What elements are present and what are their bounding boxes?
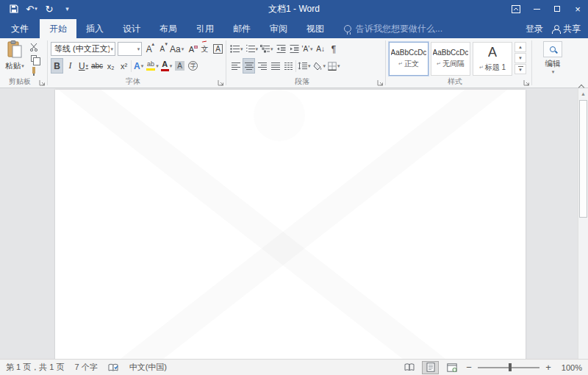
web-layout-view-button[interactable] <box>443 361 460 374</box>
text-highlight-button[interactable]: ab▾ <box>146 58 159 74</box>
tab-references[interactable]: 引用 <box>187 19 223 38</box>
align-right-button[interactable] <box>256 58 268 74</box>
ribbon-display-options-button[interactable] <box>506 0 526 18</box>
zoom-slider-thumb[interactable] <box>509 363 512 371</box>
clear-formatting-button[interactable]: A <box>185 41 198 57</box>
small-divider <box>131 60 132 72</box>
shrink-font-button[interactable]: A▼ <box>156 41 168 57</box>
cut-button[interactable] <box>26 41 41 52</box>
vertical-scrollbar[interactable]: ▲ <box>578 88 588 359</box>
pilcrow-icon: ¶ <box>331 44 336 54</box>
restore-button[interactable] <box>547 0 567 18</box>
pinyin-guide-button[interactable]: 文 <box>198 41 211 57</box>
tab-insert[interactable]: 插入 <box>76 19 113 38</box>
sign-in-button[interactable]: 登录 <box>526 23 543 35</box>
justify-button[interactable] <box>269 58 282 74</box>
styles-dialog-launcher[interactable] <box>523 79 530 86</box>
distribute-button[interactable] <box>282 58 295 74</box>
redo-icon: ↻ <box>46 4 54 15</box>
increase-indent-button[interactable] <box>288 41 301 57</box>
styles-more-button[interactable]: ▼ <box>514 64 526 74</box>
shading-button[interactable]: ▾ <box>312 58 327 74</box>
change-case-button[interactable]: Aa▾ <box>169 41 184 57</box>
caret-up-icon: ▲ <box>151 42 155 46</box>
font-dialog-launcher[interactable] <box>218 79 224 86</box>
text-effects-button[interactable]: A▾ <box>132 58 145 74</box>
share-button[interactable]: 共享 <box>552 23 581 35</box>
redo-button[interactable]: ↻ <box>41 1 57 16</box>
zoom-out-button[interactable]: − <box>465 362 473 373</box>
align-center-button[interactable] <box>243 58 255 74</box>
subscript-button[interactable]: x₂ <box>104 58 117 74</box>
character-shading-button[interactable]: A <box>173 58 186 74</box>
font-size-combo[interactable]: ▾ <box>118 42 142 56</box>
asian-layout-button[interactable]: 'A'▾ <box>301 41 314 57</box>
strikethrough-button[interactable]: abc <box>90 58 104 74</box>
superscript-button[interactable]: x² <box>118 58 130 74</box>
collapse-ribbon-button[interactable] <box>579 79 584 85</box>
font-color-button[interactable]: A▾ <box>160 58 173 74</box>
align-left-button[interactable] <box>229 58 242 74</box>
undo-button[interactable]: ↶▾ <box>24 1 40 16</box>
page-indicator[interactable]: 第 1 页，共 1 页 <box>6 362 64 373</box>
borders-button[interactable]: ▾ <box>327 58 341 74</box>
close-button[interactable]: × <box>567 0 588 18</box>
tab-mailings[interactable]: 邮件 <box>223 19 260 38</box>
styles-scroll-up-button[interactable]: ▲ <box>514 42 526 52</box>
language-status[interactable]: 中文(中国) <box>129 362 167 373</box>
style-heading-1[interactable]: A ↵标题 1 <box>473 42 512 76</box>
editing-menu-button[interactable]: 编辑 ▾ <box>535 40 570 75</box>
bold-button[interactable]: B <box>51 58 63 74</box>
paste-button[interactable]: 粘贴▾ <box>3 40 26 76</box>
decrease-indent-button[interactable] <box>275 41 287 57</box>
multilevel-list-button[interactable]: ▾ <box>259 41 274 57</box>
grow-font-button[interactable]: A▲ <box>143 41 155 57</box>
copy-button[interactable] <box>26 53 41 64</box>
zoom-in-button[interactable]: + <box>544 362 553 373</box>
tab-home[interactable]: 开始 <box>40 19 76 38</box>
sort-button[interactable]: A↓ <box>315 41 327 57</box>
cut-icon <box>29 43 38 51</box>
tab-layout[interactable]: 布局 <box>150 19 187 38</box>
document-page[interactable] <box>55 90 526 359</box>
proofing-status[interactable] <box>108 363 119 372</box>
style-no-spacing[interactable]: AaBbCcDc ↵无间隔 <box>431 42 470 76</box>
styles-scroll-down-button[interactable]: ▼ <box>514 53 526 63</box>
chevron-down-icon: ▾ <box>110 46 113 52</box>
bullets-button[interactable]: ▾ <box>229 41 244 57</box>
format-painter-button[interactable] <box>26 65 41 76</box>
word-count[interactable]: 7 个字 <box>74 362 97 373</box>
tab-design[interactable]: 设计 <box>113 19 150 38</box>
clipboard-dialog-launcher[interactable] <box>39 79 46 86</box>
zoom-level[interactable]: 100% <box>557 363 582 372</box>
scroll-up-arrow[interactable]: ▲ <box>578 88 588 99</box>
style-normal[interactable]: AaBbCcDc ↵正文 <box>389 42 429 76</box>
numbering-button[interactable]: ▾ <box>245 41 259 57</box>
save-button[interactable] <box>6 1 22 16</box>
read-mode-view-button[interactable] <box>401 361 417 374</box>
paragraph-dialog-launcher[interactable] <box>377 79 384 86</box>
tell-me-box[interactable]: 告诉我您想要做什么... <box>344 19 442 38</box>
scrollbar-thumb[interactable] <box>579 100 587 218</box>
tab-view[interactable]: 视图 <box>297 19 334 38</box>
line-spacing-button[interactable]: ▾ <box>297 58 312 74</box>
chevron-down-icon: ▾ <box>308 63 311 69</box>
multilevel-list-icon <box>260 45 270 53</box>
underline-button[interactable]: U▾ <box>77 58 90 74</box>
caret-up-icon: ▲ <box>518 45 523 49</box>
enclose-characters-button[interactable]: 字 <box>187 58 199 74</box>
group-label-clipboard: 剪贴板 <box>0 76 40 87</box>
minimize-button[interactable] <box>526 0 547 18</box>
small-divider <box>295 60 296 72</box>
font-name-combo[interactable]: 等线 (中文正文)▾ <box>51 42 115 56</box>
character-border-button[interactable]: A <box>212 41 224 57</box>
italic-button[interactable]: I <box>64 58 76 74</box>
show-hide-marks-button[interactable]: ¶ <box>328 41 340 57</box>
zoom-slider[interactable] <box>478 367 539 368</box>
pinyin-guide-icon: 文 <box>201 44 209 54</box>
tab-file[interactable]: 文件 <box>0 19 40 38</box>
tab-review[interactable]: 审阅 <box>260 19 297 38</box>
print-layout-view-button[interactable] <box>422 361 439 374</box>
chevron-down-icon: ▾ <box>310 46 313 52</box>
customize-qat-button[interactable]: ▾ <box>59 1 75 16</box>
